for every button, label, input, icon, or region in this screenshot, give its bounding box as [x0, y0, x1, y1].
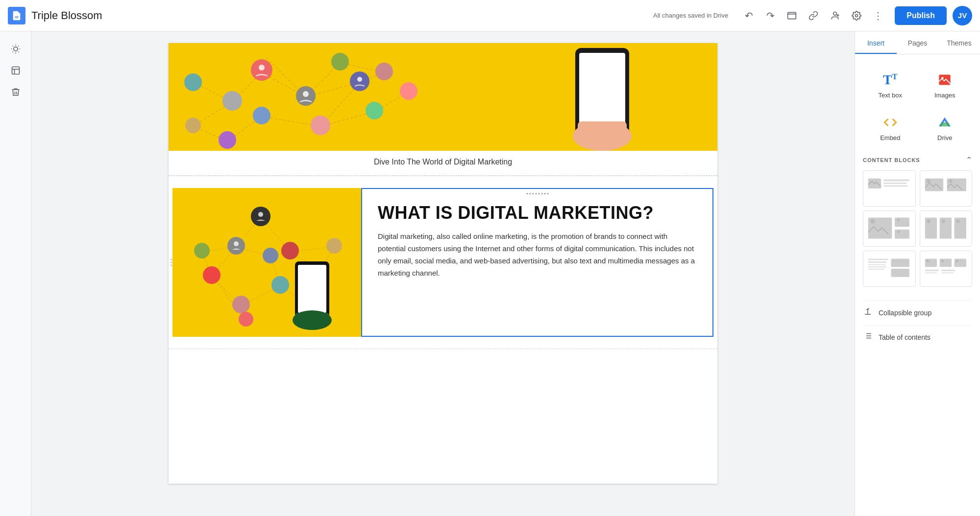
block-thumb-1[interactable]: [863, 170, 916, 207]
insert-images[interactable]: Images: [918, 64, 973, 107]
svg-point-102: [941, 219, 945, 223]
add-person-button[interactable]: [825, 6, 845, 25]
svg-rect-108: [868, 266, 886, 267]
tab-pages[interactable]: Pages: [897, 31, 938, 54]
svg-point-115: [941, 259, 944, 262]
sidebar-insert-content: TT Text box Images: [855, 54, 980, 297]
svg-point-33: [184, 73, 202, 91]
pages-button[interactable]: [6, 61, 25, 80]
svg-point-38: [185, 117, 201, 133]
block-thumb-5[interactable]: [863, 251, 916, 287]
svg-point-75: [326, 238, 342, 254]
svg-rect-9: [12, 67, 19, 74]
svg-point-34: [222, 91, 242, 111]
block-thumb-6[interactable]: [920, 251, 973, 287]
svg-rect-86: [884, 179, 909, 181]
svg-rect-107: [868, 264, 886, 265]
block-thumb-2[interactable]: [920, 170, 973, 207]
app-header: Triple Blossom All changes saved in Driv…: [0, 0, 980, 31]
settings-button[interactable]: [847, 6, 866, 25]
collapsible-group-item[interactable]: Collapsible group: [863, 301, 972, 324]
hero-caption: Dive Into The World of Digital Marketing: [169, 151, 717, 175]
images-label: Images: [934, 92, 956, 99]
content-block-drag[interactable]: [526, 193, 548, 194]
content-body: Digital marketing, also called online ma…: [378, 231, 697, 279]
tab-insert[interactable]: Insert: [855, 31, 897, 54]
svg-point-69: [271, 276, 289, 294]
block-thumb-4[interactable]: [920, 211, 973, 247]
tab-themes[interactable]: Themes: [938, 31, 980, 54]
page-title: Triple Blossom: [31, 9, 102, 22]
svg-rect-87: [884, 183, 907, 184]
svg-rect-12: [169, 43, 717, 151]
app-logo: [8, 7, 25, 24]
svg-point-8: [13, 47, 17, 51]
images-icon: [937, 72, 953, 88]
svg-rect-88: [884, 185, 908, 187]
block-thumb-3[interactable]: [863, 211, 916, 247]
toc-item[interactable]: Table of contents: [863, 325, 972, 349]
svg-rect-103: [954, 218, 966, 239]
main-content: Dive Into The World of Digital Marketing: [0, 31, 980, 516]
svg-rect-2: [788, 12, 796, 19]
svg-point-39: [366, 102, 383, 119]
svg-point-90: [927, 179, 930, 183]
content-blocks-grid: [863, 170, 972, 287]
content-section: WHAT IS DIGITAL MARKETING? Digital marke…: [169, 176, 717, 349]
hero-image: [169, 43, 717, 151]
content-blocks-chevron[interactable]: ⌃: [966, 155, 972, 164]
svg-point-36: [253, 107, 270, 124]
section-image: [172, 188, 361, 337]
svg-point-98: [897, 231, 900, 234]
svg-rect-45: [579, 53, 625, 132]
theme-button[interactable]: [6, 39, 25, 59]
svg-point-113: [926, 259, 929, 262]
link-button[interactable]: [804, 6, 823, 25]
svg-point-41: [259, 65, 265, 70]
svg-point-84: [941, 77, 944, 79]
insert-textbox[interactable]: TT Text box: [863, 64, 918, 107]
svg-point-96: [897, 218, 900, 221]
svg-rect-0: [15, 16, 18, 16]
insert-embed[interactable]: Embed: [863, 107, 918, 149]
content-text-block[interactable]: WHAT IS DIGITAL MARKETING? Digital marke…: [361, 188, 713, 337]
canvas-area[interactable]: Dive Into The World of Digital Marketing: [31, 31, 855, 516]
sidebar-tabs: Insert Pages Themes: [855, 31, 980, 54]
svg-rect-109: [868, 269, 885, 270]
redo-button[interactable]: ↷: [760, 6, 780, 25]
delete-button[interactable]: [6, 82, 25, 102]
more-options-button[interactable]: ⋮: [868, 6, 888, 25]
svg-rect-105: [868, 258, 888, 260]
svg-rect-47: [578, 121, 627, 141]
hero-section: Dive Into The World of Digital Marketing: [169, 43, 717, 176]
svg-point-35: [311, 116, 330, 135]
svg-point-73: [194, 243, 210, 258]
svg-point-104: [956, 219, 959, 223]
svg-point-31: [331, 53, 349, 70]
save-status: All changes saved in Drive: [653, 12, 728, 19]
svg-rect-120: [941, 270, 955, 271]
drive-label: Drive: [937, 134, 952, 141]
svg-point-117: [956, 259, 958, 262]
drive-icon: [937, 115, 953, 130]
avatar[interactable]: JV: [953, 6, 972, 25]
textbox-label: Text box: [879, 92, 902, 99]
undo-button[interactable]: ↶: [739, 6, 759, 25]
right-sidebar: Insert Pages Themes TT Text box: [855, 31, 980, 516]
svg-rect-101: [939, 218, 951, 239]
insert-drive[interactable]: Drive: [918, 107, 973, 149]
bottom-section: [169, 349, 717, 378]
svg-point-100: [927, 219, 930, 223]
embed-icon: [882, 115, 898, 130]
preview-button[interactable]: [782, 6, 802, 25]
textbox-icon: TT: [882, 72, 898, 88]
svg-point-77: [258, 212, 263, 217]
page-canvas: Dive Into The World of Digital Marketing: [169, 43, 717, 484]
svg-point-40: [400, 82, 417, 100]
section-drag-handle[interactable]: [171, 259, 172, 266]
svg-point-4: [833, 12, 837, 15]
publish-button[interactable]: Publish: [895, 6, 947, 25]
svg-point-32: [375, 63, 393, 80]
svg-point-7: [856, 14, 858, 17]
svg-point-74: [263, 248, 278, 263]
